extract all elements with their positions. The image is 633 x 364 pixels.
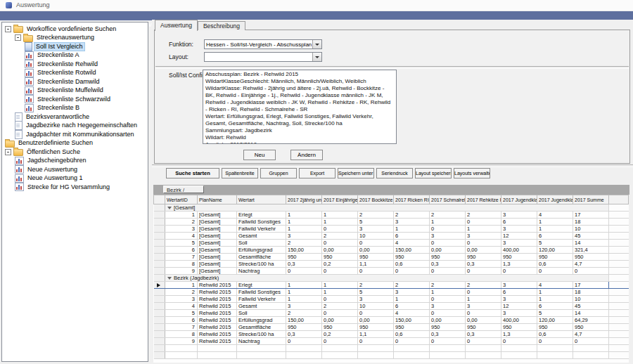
grid-cell[interactable]: 950 xyxy=(322,254,358,261)
column-header-2017-bockkitze-bk[interactable]: 2017 Bockkitze BK xyxy=(358,195,394,204)
grid-cell[interactable]: 0 xyxy=(358,268,394,275)
grid-cell[interactable]: Fallwild Sonstiges xyxy=(237,289,286,296)
table-row[interactable]: 7Rehwild 2015Gesamtfläche950950950950950… xyxy=(154,324,629,331)
grid-cell[interactable]: 150,00 xyxy=(394,247,430,254)
grid-cell[interactable]: [Gesamt] xyxy=(198,240,237,247)
grid-cell[interactable]: 1,1 xyxy=(358,331,394,338)
grid-cell[interactable]: 3 xyxy=(430,233,466,240)
grid-cell[interactable]: 950 xyxy=(430,324,466,331)
grid-cell[interactable]: 6 xyxy=(501,219,537,226)
grid-cell[interactable]: 17 xyxy=(573,282,609,289)
spaltenbreite-button[interactable]: Spaltenbreite xyxy=(222,168,258,178)
grid-cell[interactable]: 0,00 xyxy=(466,317,501,324)
row-selector-cell[interactable] xyxy=(154,240,165,247)
grid-cell[interactable]: [Gesamt] xyxy=(198,233,237,240)
grid-cell[interactable]: 950 xyxy=(322,324,358,331)
grid-cell[interactable]: 1 xyxy=(537,296,573,303)
grid-cell[interactable]: Rehwild 2015 xyxy=(198,296,237,303)
grid-cell[interactable]: Fallwild Verkehr xyxy=(237,296,286,303)
grid-cell[interactable]: 9 xyxy=(165,338,198,345)
chevron-down-icon[interactable] xyxy=(312,53,321,61)
grid-cell[interactable]: 3 xyxy=(501,296,537,303)
grid-cell[interactable]: 1 xyxy=(466,226,501,233)
grid-cell[interactable]: 45 xyxy=(573,303,609,310)
grid-cell[interactable]: 0,2 xyxy=(322,261,358,268)
group-expand-icon[interactable] xyxy=(167,207,172,209)
grid-cell[interactable]: 2 xyxy=(394,282,430,289)
aendern-button[interactable]: Ändern xyxy=(290,150,323,160)
grid-cell[interactable]: [Gesamt] xyxy=(198,219,237,226)
gruppen-button[interactable]: Gruppen xyxy=(260,168,297,178)
row-selector-cell[interactable] xyxy=(154,352,165,359)
grid-cell[interactable]: Rehwild 2015 xyxy=(198,282,237,289)
grid-cell[interactable]: 1 xyxy=(394,296,430,303)
grid-cell[interactable]: Rehwild 2015 xyxy=(198,289,237,296)
grid-cell[interactable]: 6 xyxy=(537,233,573,240)
grid-cell[interactable]: 45 xyxy=(573,233,609,240)
grid-cell[interactable]: 0,00 xyxy=(358,317,394,324)
grid-cell[interactable]: Erlegt xyxy=(237,212,286,219)
grid-cell[interactable]: 1 xyxy=(537,219,573,226)
grid-cell[interactable]: 0 xyxy=(430,338,466,345)
grid-cell[interactable]: 0 xyxy=(358,240,394,247)
grid-cell[interactable]: 3 xyxy=(286,303,322,310)
table-row[interactable]: 8[Gesamt]Strecke/100 ha0,30,21,10,60,30,… xyxy=(154,261,629,268)
grid-cell[interactable]: 400,00 xyxy=(501,317,537,324)
grid-cell[interactable]: 0 xyxy=(394,268,430,275)
grid-cell[interactable]: 10 xyxy=(573,296,609,303)
tree-item-streckenliste-damwild[interactable]: Streckenliste Damwild xyxy=(2,77,148,86)
grid-cell[interactable]: 9 xyxy=(165,268,198,275)
grid-cell[interactable]: 950 xyxy=(394,254,430,261)
grid-cell[interactable]: 950 xyxy=(466,324,501,331)
tree-item-streckenliste-schwarzwild[interactable]: Streckenliste Schwarzwild xyxy=(2,95,148,104)
tree-item-jagdpächter-mit-kommunikationsarten[interactable]: Jagdpächter mit Kommunikationsarten xyxy=(2,130,148,139)
grid-cell[interactable]: Nachtrag xyxy=(237,268,286,275)
tree-item-neue-auswertung-1[interactable]: Neue Auswertung 1 xyxy=(2,174,148,183)
grid-cell[interactable]: 5 xyxy=(165,310,198,317)
column-header-wertart[interactable]: Wertart xyxy=(237,195,286,204)
grid-cell[interactable]: 10 xyxy=(358,303,394,310)
grid-cell[interactable]: [Gesamt] xyxy=(198,268,237,275)
grid-cell[interactable]: 400,00 xyxy=(501,247,537,254)
grid-cell[interactable]: 0 xyxy=(322,310,358,317)
config-textarea[interactable]: Abschussplan: Bezirk - Rehwild 2015 Wild… xyxy=(203,70,397,144)
export-button[interactable]: Export xyxy=(299,168,335,178)
grid-cell[interactable]: 2 xyxy=(466,212,501,219)
grid-cell[interactable]: 12 xyxy=(501,303,537,310)
grid-cell[interactable]: [Gesamt] xyxy=(198,261,237,268)
tree-item-neue-auswertung[interactable]: Neue Auswertung xyxy=(2,165,148,174)
grid-cell[interactable]: 0 xyxy=(466,268,501,275)
grid-cell[interactable]: 4 xyxy=(394,240,430,247)
grid-cell[interactable]: 4 xyxy=(394,310,430,317)
grid-cell[interactable]: 0 xyxy=(466,338,501,345)
grid-cell[interactable]: 1 xyxy=(430,289,466,296)
grid-cell[interactable]: 0 xyxy=(322,268,358,275)
grid-cell[interactable]: 6 xyxy=(165,317,198,324)
layout-speichern-button[interactable]: Layout speichern xyxy=(415,168,452,178)
grid-cell[interactable]: 1 xyxy=(322,282,358,289)
table-row[interactable]: 6[Gesamt]Erfüllungsgrad150,000,000,00150… xyxy=(154,247,629,254)
grid-cell[interactable]: 18 xyxy=(573,219,609,226)
table-row[interactable]: 6Rehwild 2015Erfüllungsgrad150,000,000,0… xyxy=(154,317,629,324)
grid-cell[interactable]: 1 xyxy=(286,219,322,226)
grid-cell[interactable]: 14 xyxy=(573,310,609,317)
layouts-verwalten-button[interactable]: Layouts verwalten xyxy=(454,168,490,178)
suche-starten-button[interactable]: Suche starten xyxy=(166,168,219,178)
group-row-gesamt[interactable]: [Gesamt] xyxy=(154,204,629,212)
grid-cell[interactable]: 6 xyxy=(165,247,198,254)
grid-cell[interactable]: 3 xyxy=(358,226,394,233)
grid-cell[interactable]: 8 xyxy=(165,261,198,268)
grid-cell[interactable]: 4 xyxy=(165,303,198,310)
grid-cell[interactable]: 0 xyxy=(466,240,501,247)
table-row[interactable]: 8Rehwild 2015Strecke/100 ha0,30,21,10,60… xyxy=(154,331,629,338)
row-selector-cell[interactable] xyxy=(154,254,165,261)
column-header-2017-ricken-ri[interactable]: 2017 Ricken RI xyxy=(394,195,430,204)
grid-cell[interactable]: [Gesamt] xyxy=(198,254,237,261)
grid-cell[interactable]: 2 xyxy=(286,240,322,247)
grid-cell[interactable]: 0,6 xyxy=(537,331,573,338)
grid-cell[interactable]: 4 xyxy=(537,212,573,219)
row-selector-cell[interactable] xyxy=(154,282,165,289)
grid-cell[interactable]: 2 xyxy=(358,212,394,219)
grid-cell[interactable]: 120,00 xyxy=(537,317,573,324)
grid-cell[interactable]: 4 xyxy=(165,233,198,240)
